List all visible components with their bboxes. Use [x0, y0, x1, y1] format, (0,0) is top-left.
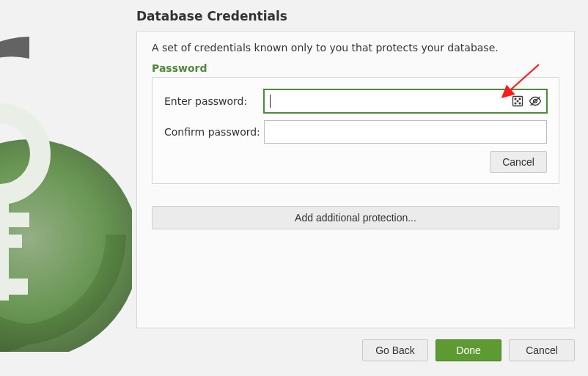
- done-button[interactable]: Done: [436, 339, 501, 361]
- password-fieldset: Enter password:: [152, 77, 559, 184]
- visibility-off-icon[interactable]: [528, 94, 543, 108]
- svg-point-8: [519, 98, 521, 100]
- go-back-button[interactable]: Go Back: [362, 339, 428, 361]
- svg-point-9: [515, 103, 516, 104]
- svg-rect-3: [9, 213, 29, 227]
- dialog-footer: Go Back Done Cancel: [362, 339, 575, 361]
- add-additional-protection-button[interactable]: Add additional protection...: [152, 206, 559, 229]
- text-cursor: [270, 95, 271, 108]
- svg-rect-2: [0, 187, 9, 301]
- confirm-password-input[interactable]: [264, 120, 547, 144]
- confirm-password-label: Confirm password:: [164, 126, 264, 138]
- enter-password-input[interactable]: [264, 89, 547, 113]
- svg-rect-5: [9, 279, 28, 295]
- password-cancel-button[interactable]: Cancel: [490, 151, 547, 173]
- svg-point-1: [0, 114, 40, 194]
- svg-point-7: [515, 98, 516, 100]
- credentials-card: A set of credentials known only to you t…: [136, 31, 575, 328]
- generate-password-icon[interactable]: [510, 94, 525, 108]
- description-text: A set of credentials known only to you t…: [152, 42, 559, 54]
- svg-point-10: [519, 103, 521, 104]
- enter-password-label: Enter password:: [164, 95, 264, 107]
- page-title: Database Credentials: [136, 9, 575, 23]
- svg-point-0: [0, 139, 132, 352]
- svg-point-11: [517, 100, 518, 102]
- cancel-button[interactable]: Cancel: [509, 339, 575, 361]
- password-section-heading: Password: [152, 62, 559, 74]
- key-illustration: [0, 29, 128, 352]
- svg-rect-4: [9, 235, 22, 248]
